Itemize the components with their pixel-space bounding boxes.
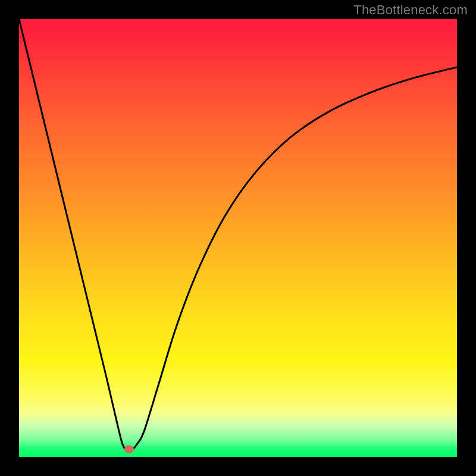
watermark-text: TheBottleneck.com bbox=[353, 2, 468, 18]
plot-area bbox=[19, 19, 457, 457]
curve-svg bbox=[19, 19, 457, 457]
chart-frame: TheBottleneck.com bbox=[0, 0, 476, 476]
bottleneck-curve bbox=[19, 19, 457, 451]
minimum-marker-icon bbox=[124, 445, 134, 453]
